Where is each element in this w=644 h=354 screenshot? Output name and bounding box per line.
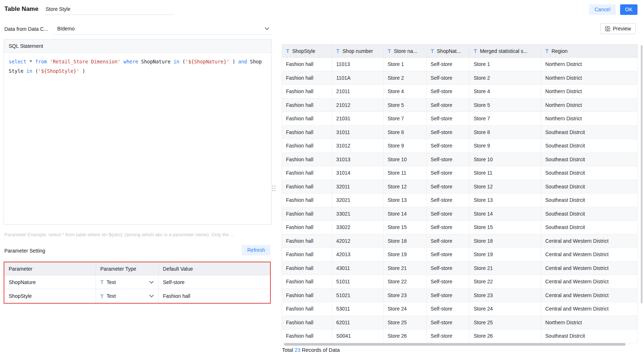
parameter-name-cell: ShopStyle: [4, 289, 96, 303]
column-header[interactable]: TRegion: [541, 45, 638, 57]
table-cell: Central and Western District: [541, 234, 638, 248]
table-cell: Self-store: [427, 207, 470, 221]
column-header-label: Merged statistical s...: [480, 48, 528, 54]
table-cell: Store 15: [384, 221, 427, 234]
data-source-select[interactable]: BIdemo: [54, 22, 272, 35]
table-cell: Self-store: [427, 289, 470, 303]
parameter-type-select[interactable]: TText: [96, 289, 159, 303]
column-header[interactable]: TShop number: [332, 45, 384, 57]
table-cell: 32021: [332, 193, 384, 207]
horizontal-scrollbar-thumb[interactable]: [284, 343, 626, 346]
table-row: Fashion hall42013Store 19Self-storeStore…: [282, 248, 638, 262]
parameter-name-cell: ShopNature: [4, 275, 96, 289]
cancel-button[interactable]: Cancel: [589, 4, 616, 15]
parameter-row: ShopStyleTTextFashion hall: [4, 289, 270, 303]
table-cell: Fashion hall: [282, 180, 332, 194]
column-header[interactable]: TStore na...: [384, 45, 427, 57]
table-cell: Fashion hall: [282, 126, 332, 139]
preview-icon: [605, 26, 610, 32]
column-header-parameter-type: Parameter Type: [96, 262, 159, 275]
panel-resize-handle[interactable]: [272, 186, 275, 191]
sql-panel-title: SQL Statement: [4, 39, 271, 53]
table-cell: Store 13: [470, 193, 541, 207]
data-source-value: BIdemo: [57, 26, 75, 32]
column-header[interactable]: TMerged statistical s...: [470, 45, 541, 57]
table-cell: Store 19: [470, 248, 541, 262]
table-cell: 31013: [332, 153, 384, 167]
column-header[interactable]: TShopStyle: [282, 45, 332, 57]
table-row: Fashion hall43011Store 21Self-storeStore…: [282, 262, 638, 275]
table-row: Fashion hall62011Store 25Self-storeStore…: [282, 316, 638, 330]
table-cell: Southeast Distrcit: [541, 329, 638, 343]
table-cell: Store 22: [470, 275, 541, 289]
table-cell: Store 24: [470, 302, 541, 316]
table-cell: Fashion hall: [282, 275, 332, 289]
table-cell: Self-store: [427, 99, 470, 112]
table-cell: 51011: [332, 275, 384, 289]
column-header-label: ShopNat...: [437, 48, 461, 54]
table-cell: Fashion hall: [282, 112, 332, 126]
total-suffix: Records of Data: [300, 347, 340, 353]
records-total: Total 23 Records of Data: [282, 347, 340, 353]
table-cell: S0041: [332, 329, 384, 343]
table-cell: Store 8: [384, 126, 427, 139]
table-cell: Fashion hall: [282, 58, 332, 71]
sql-dataset-editor: Table Name Cancel OK Data from Data C...…: [0, 0, 644, 354]
table-cell: Store 11: [384, 166, 427, 180]
table-cell: Self-store: [427, 126, 470, 139]
table-cell: Store 23: [384, 289, 427, 303]
table-cell: Southeast Distrcit: [541, 193, 638, 207]
text-type-icon: T: [100, 293, 104, 299]
parameter-type-select[interactable]: TText: [96, 275, 159, 289]
table-cell: Fashion hall: [282, 221, 332, 234]
table-cell: 1101A: [332, 71, 384, 85]
table-cell: 11013: [332, 58, 384, 71]
table-cell: Northern District: [541, 316, 638, 330]
table-cell: Self-store: [427, 71, 470, 85]
table-cell: Self-store: [427, 262, 470, 275]
text-type-icon: T: [545, 48, 548, 54]
column-header-default-value: Default Value: [159, 262, 270, 275]
table-row: Fashion hall51011Store 22Self-storeStore…: [282, 275, 638, 289]
sql-statement-panel: SQL Statement select * from 'Retail_Stor…: [4, 39, 272, 225]
default-value-cell[interactable]: Self-store: [159, 275, 270, 289]
table-row: Fashion hall33021Store 14Self-storeStore…: [282, 207, 638, 221]
table-cell: Store 12: [384, 180, 427, 194]
table-cell: Store 15: [470, 221, 541, 234]
sql-code[interactable]: select * from 'Retail_Store Dimension' w…: [4, 53, 271, 80]
table-cell: 42012: [332, 234, 384, 248]
ok-button[interactable]: OK: [620, 4, 637, 15]
table-cell: 53011: [332, 302, 384, 316]
column-header-label: ShopStyle: [292, 48, 315, 54]
table-cell: Central and Western District: [541, 262, 638, 275]
table-cell: Southeast Distrcit: [541, 153, 638, 167]
default-value-cell[interactable]: Fashion hall: [159, 289, 270, 303]
top-actions: Cancel OK: [589, 4, 637, 15]
preview-button[interactable]: Preview: [600, 23, 636, 34]
refresh-button[interactable]: Refresh: [242, 245, 270, 255]
table-cell: Fashion hall: [282, 207, 332, 221]
parameter-table: Parameter Parameter Type Default Value S…: [4, 262, 271, 304]
horizontal-scrollbar[interactable]: [282, 343, 638, 346]
table-cell: Central and Western District: [541, 248, 638, 262]
table-cell: 33022: [332, 221, 384, 234]
table-cell: Store 23: [470, 289, 541, 303]
text-type-icon: T: [388, 48, 391, 54]
total-count: 23: [295, 347, 300, 353]
table-row: Fashion hall31011Store 8Self-storeStore …: [282, 126, 638, 139]
vertical-scrollbar[interactable]: [641, 45, 643, 342]
table-row: Fashion hall32021Store 13Self-storeStore…: [282, 193, 638, 207]
table-cell: Self-store: [427, 58, 470, 71]
preview-table-body: Fashion hall11013Store 1Self-storeStore …: [282, 58, 638, 343]
table-row: Fashion hall42012Store 18Self-storeStore…: [282, 234, 638, 248]
column-header-label: Store na...: [394, 48, 417, 54]
table-cell: Store 9: [384, 139, 427, 153]
table-cell: 31012: [332, 139, 384, 153]
table-cell: Store 10: [470, 153, 541, 167]
column-header[interactable]: TShopNat...: [427, 45, 470, 57]
chevron-down-icon: [265, 27, 269, 30]
text-type-icon: T: [286, 48, 289, 54]
table-cell: Store 26: [470, 329, 541, 343]
table-name-input[interactable]: [45, 4, 174, 15]
vertical-scrollbar-thumb[interactable]: [641, 45, 643, 303]
